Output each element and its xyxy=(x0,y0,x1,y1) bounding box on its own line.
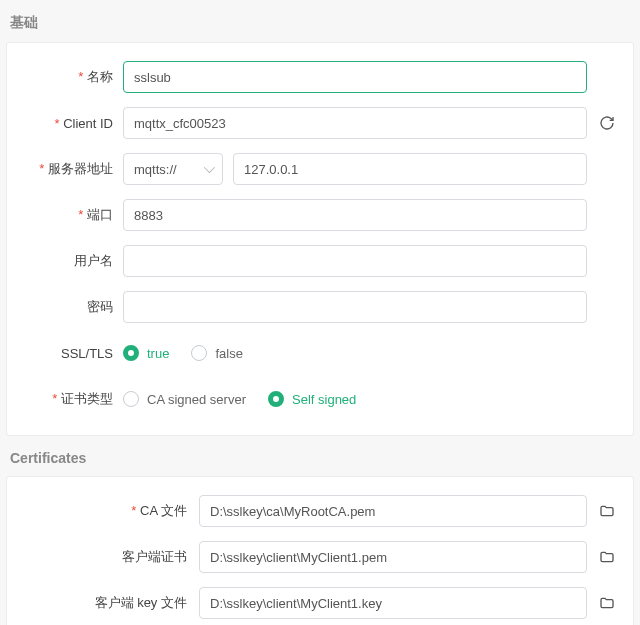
section-certs-title: Certificates xyxy=(0,436,640,476)
row-ca-file: CA 文件 xyxy=(23,495,617,527)
row-username: 用户名 xyxy=(23,245,617,277)
row-password: 密码 xyxy=(23,291,617,323)
host-input[interactable] xyxy=(233,153,587,185)
label-host: 服务器地址 xyxy=(23,160,123,178)
radio-icon xyxy=(268,391,284,407)
ssl-radio-group: true false xyxy=(123,345,243,361)
row-cert-type: 证书类型 CA signed server Self signed xyxy=(23,383,617,415)
ssl-false-label: false xyxy=(215,346,242,361)
row-ssl: SSL/TLS true false xyxy=(23,337,617,369)
cert-self-signed-label: Self signed xyxy=(292,392,356,407)
port-input[interactable] xyxy=(123,199,587,231)
label-client-cert: 客户端证书 xyxy=(23,548,199,566)
radio-icon xyxy=(123,345,139,361)
row-client-id: Client ID xyxy=(23,107,617,139)
folder-icon[interactable] xyxy=(597,593,617,613)
certs-panel: CA 文件 客户端证书 客户端 key 文件 xyxy=(6,476,634,625)
row-client-key: 客户端 key 文件 xyxy=(23,587,617,619)
ssl-true-label: true xyxy=(147,346,169,361)
basic-panel: 名称 Client ID 服务器地址 mqtts:// 端口 xyxy=(6,42,634,436)
protocol-value: mqtts:// xyxy=(134,162,177,177)
radio-icon xyxy=(123,391,139,407)
label-username: 用户名 xyxy=(23,252,123,270)
ssl-true-radio[interactable]: true xyxy=(123,345,169,361)
radio-icon xyxy=(191,345,207,361)
protocol-select[interactable]: mqtts:// xyxy=(123,153,223,185)
refresh-icon[interactable] xyxy=(597,113,617,133)
cert-ca-signed-label: CA signed server xyxy=(147,392,246,407)
client-cert-input[interactable] xyxy=(199,541,587,573)
label-ca-file: CA 文件 xyxy=(23,502,199,520)
label-cert-type: 证书类型 xyxy=(23,390,123,408)
label-port: 端口 xyxy=(23,206,123,224)
folder-icon[interactable] xyxy=(597,547,617,567)
cert-type-radio-group: CA signed server Self signed xyxy=(123,391,356,407)
label-password: 密码 xyxy=(23,298,123,316)
password-input[interactable] xyxy=(123,291,587,323)
row-host: 服务器地址 mqtts:// xyxy=(23,153,617,185)
ca-file-input[interactable] xyxy=(199,495,587,527)
username-input[interactable] xyxy=(123,245,587,277)
folder-icon[interactable] xyxy=(597,501,617,521)
label-name: 名称 xyxy=(23,68,123,86)
label-client-key: 客户端 key 文件 xyxy=(23,594,199,612)
section-basic-title: 基础 xyxy=(0,0,640,42)
ssl-false-radio[interactable]: false xyxy=(191,345,242,361)
name-input[interactable] xyxy=(123,61,587,93)
label-ssl: SSL/TLS xyxy=(23,346,123,361)
row-port: 端口 xyxy=(23,199,617,231)
cert-ca-signed-radio[interactable]: CA signed server xyxy=(123,391,246,407)
row-name: 名称 xyxy=(23,61,617,93)
chevron-down-icon xyxy=(204,162,215,173)
row-client-cert: 客户端证书 xyxy=(23,541,617,573)
client-id-input[interactable] xyxy=(123,107,587,139)
cert-self-signed-radio[interactable]: Self signed xyxy=(268,391,356,407)
client-key-input[interactable] xyxy=(199,587,587,619)
label-client-id: Client ID xyxy=(23,116,123,131)
